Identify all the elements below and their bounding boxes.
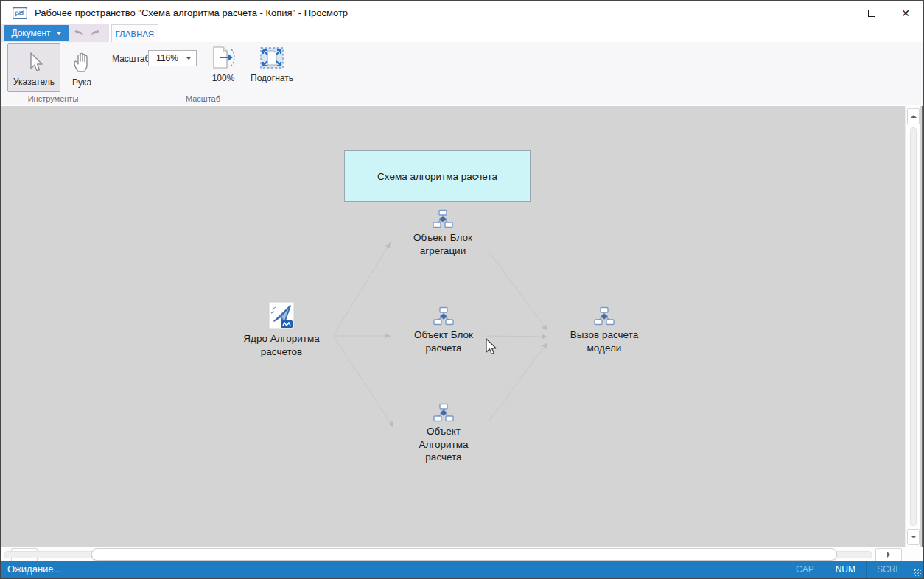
diagram-title-box[interactable]: Схема алгоритма расчета <box>344 150 531 202</box>
mouse-cursor-icon <box>483 337 497 357</box>
tab-glavnaya-label: ГЛАВНАЯ <box>116 29 155 38</box>
flowchart-icon <box>433 403 455 422</box>
horizontal-scrollbar[interactable] <box>1 547 905 562</box>
minimize-button[interactable] <box>821 1 855 24</box>
maximize-button[interactable] <box>855 1 889 24</box>
zoom-100-icon <box>210 46 237 71</box>
scrl-label: SCRL <box>877 564 900 575</box>
node-label: Объект Блок агрегации <box>413 231 472 257</box>
scroll-down-button[interactable] <box>907 529 920 545</box>
node-model-call[interactable]: Вызов расчета модели <box>553 306 656 354</box>
node-label: Вызов расчета модели <box>570 329 638 354</box>
node-label: Объект Алгоритма расчета <box>419 425 468 464</box>
zoom-field-label: Масштаб: <box>112 54 153 64</box>
tools-group-caption: Инструменты <box>1 94 105 103</box>
vertical-scroll-track[interactable] <box>910 127 917 526</box>
vertical-scrollbar[interactable] <box>905 106 920 547</box>
arrow-up-icon <box>911 115 917 118</box>
ribbon-body: Указатель Рука Инструменты Масштаб: 116% <box>1 42 923 105</box>
flowchart-icon <box>432 209 454 228</box>
resize-grip[interactable] <box>911 561 923 578</box>
ribbon-header: Документ ГЛАВНАЯ <box>1 24 923 42</box>
minimize-icon <box>834 13 842 13</box>
pointer-tool-label: Указатель <box>13 77 55 87</box>
close-button[interactable]: ✕ <box>889 1 923 24</box>
num-label: NUM <box>836 564 855 575</box>
node-calc-block[interactable]: Объект Блок расчета <box>392 306 495 354</box>
status-bar: Ожидание... CAP NUM SCRL <box>1 561 923 578</box>
hand-icon <box>71 51 93 74</box>
pointer-icon <box>24 50 44 74</box>
ribbon-group-zoom: Масштаб: 116% 100% <box>105 42 301 105</box>
statusbar-indicator-num: NUM <box>825 561 866 578</box>
hand-tool-label: Рука <box>72 77 91 88</box>
zoom-100-label: 100% <box>212 73 235 83</box>
cap-label: CAP <box>796 564 814 575</box>
chevron-down-icon <box>186 57 192 60</box>
zoom-value: 116% <box>149 53 186 63</box>
flowchart-icon <box>433 306 455 326</box>
statusbar-indicator-scrl: SCRL <box>866 561 911 578</box>
paper-plane-icon <box>268 301 295 329</box>
zoom-100-button[interactable]: 100% <box>200 43 247 92</box>
status-message: Ожидание... <box>7 564 61 575</box>
zoom-fit-label: Подогнать <box>251 73 293 83</box>
zoom-fit-button[interactable]: Подогнать <box>248 43 295 92</box>
scroll-up-button[interactable] <box>907 108 920 124</box>
node-core[interactable]: Ядро Алгоритма расчетов <box>226 301 337 358</box>
node-calc-algorithm[interactable]: Объект Алгоритма расчета <box>399 403 488 464</box>
statusbar-indicator-cap: CAP <box>785 561 825 578</box>
app-window: Рабочее пространство "Схема алгоритма ра… <box>0 0 924 579</box>
diagram-title-label: Схема алгоритма расчета <box>377 171 497 182</box>
zoom-fit-icon <box>259 46 285 71</box>
ribbon-group-tools: Указатель Рука Инструменты <box>1 42 105 105</box>
diagram-canvas[interactable]: Схема алгоритма расчета Объект Блок агре… <box>1 106 924 547</box>
scrollbar-corner <box>905 547 920 562</box>
pointer-tool-button[interactable]: Указатель <box>7 43 60 92</box>
app-icon <box>13 7 27 19</box>
close-icon: ✕ <box>901 8 910 18</box>
undo-icon[interactable] <box>72 27 85 39</box>
arrow-right-icon <box>887 552 890 558</box>
horizontal-scroll-thumb[interactable] <box>91 548 837 561</box>
redo-icon[interactable] <box>89 27 102 39</box>
node-label: Ядро Алгоритма расчетов <box>243 332 319 358</box>
hand-tool-button[interactable]: Рука <box>64 43 99 92</box>
maximize-icon <box>868 10 875 17</box>
node-aggregation-block[interactable]: Объект Блок агрегации <box>391 209 494 257</box>
titlebar: Рабочее пространство "Схема алгоритма ра… <box>1 1 923 24</box>
window-title: Рабочее пространство "Схема алгоритма ра… <box>35 7 348 18</box>
chevron-down-icon <box>56 32 62 35</box>
tab-glavnaya[interactable]: ГЛАВНАЯ <box>111 24 158 42</box>
zoom-group-caption: Масштаб <box>105 94 301 103</box>
node-label: Объект Блок расчета <box>414 329 473 354</box>
document-menu-label: Документ <box>11 28 50 38</box>
scroll-right-button[interactable] <box>875 548 902 561</box>
document-menu-button[interactable]: Документ <box>4 25 69 41</box>
flowchart-icon <box>593 306 615 326</box>
arrow-down-icon <box>911 536 917 538</box>
zoom-combobox[interactable]: 116% <box>148 50 197 66</box>
